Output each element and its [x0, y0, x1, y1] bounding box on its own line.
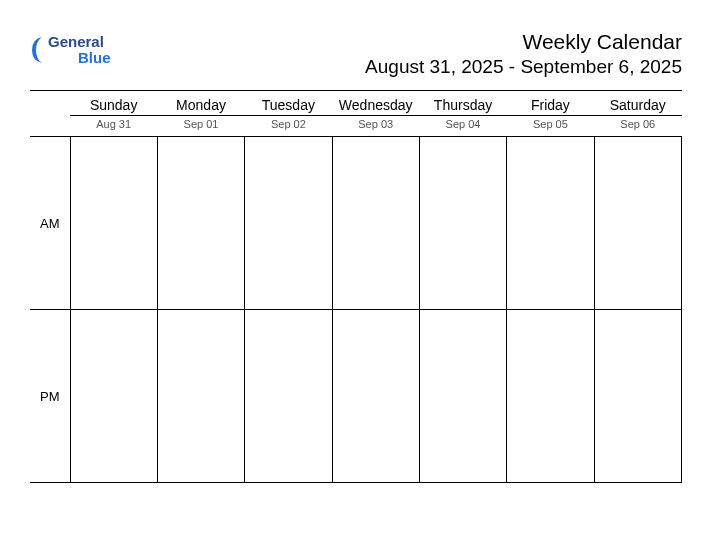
calendar-cell[interactable] — [70, 137, 157, 310]
day-date: Sep 01 — [157, 116, 244, 137]
day-date: Sep 04 — [419, 116, 506, 137]
pm-label: PM — [30, 310, 70, 483]
page-title: Weekly Calendar — [365, 30, 682, 54]
calendar-cell[interactable] — [245, 137, 332, 310]
day-header: Thursday — [419, 91, 506, 116]
corner-cell — [30, 91, 70, 116]
calendar-cell[interactable] — [419, 310, 506, 483]
day-date: Sep 03 — [332, 116, 419, 137]
am-label: AM — [30, 137, 70, 310]
calendar-cell[interactable] — [157, 137, 244, 310]
brand-line2: Blue — [78, 50, 111, 66]
calendar-cell[interactable] — [507, 310, 594, 483]
day-header: Monday — [157, 91, 244, 116]
brand-text: General Blue — [48, 34, 111, 66]
calendar-cell[interactable] — [332, 137, 419, 310]
day-date: Sep 05 — [507, 116, 594, 137]
calendar-page: General Blue Weekly Calendar August 31, … — [0, 0, 712, 550]
weekly-calendar-table: Sunday Monday Tuesday Wednesday Thursday… — [30, 90, 682, 483]
corner-cell — [30, 116, 70, 137]
day-date: Sep 06 — [594, 116, 681, 137]
pm-row: PM — [30, 310, 682, 483]
swoosh-icon — [30, 35, 50, 65]
day-header: Saturday — [594, 91, 681, 116]
day-header: Wednesday — [332, 91, 419, 116]
day-date: Aug 31 — [70, 116, 157, 137]
calendar-cell[interactable] — [245, 310, 332, 483]
day-date-row: Aug 31 Sep 01 Sep 02 Sep 03 Sep 04 Sep 0… — [30, 116, 682, 137]
calendar-cell[interactable] — [594, 310, 681, 483]
am-row: AM — [30, 137, 682, 310]
calendar-cell[interactable] — [70, 310, 157, 483]
title-block: Weekly Calendar August 31, 2025 - Septem… — [365, 30, 682, 78]
calendar-cell[interactable] — [507, 137, 594, 310]
calendar-cell[interactable] — [332, 310, 419, 483]
calendar-cell[interactable] — [157, 310, 244, 483]
calendar-cell[interactable] — [594, 137, 681, 310]
page-header: General Blue Weekly Calendar August 31, … — [30, 30, 682, 78]
date-range: August 31, 2025 - September 6, 2025 — [365, 56, 682, 78]
day-header: Sunday — [70, 91, 157, 116]
brand-logo: General Blue — [30, 34, 111, 66]
calendar-cell[interactable] — [419, 137, 506, 310]
day-date: Sep 02 — [245, 116, 332, 137]
day-name-row: Sunday Monday Tuesday Wednesday Thursday… — [30, 91, 682, 116]
brand-line1: General — [48, 34, 111, 50]
day-header: Tuesday — [245, 91, 332, 116]
day-header: Friday — [507, 91, 594, 116]
